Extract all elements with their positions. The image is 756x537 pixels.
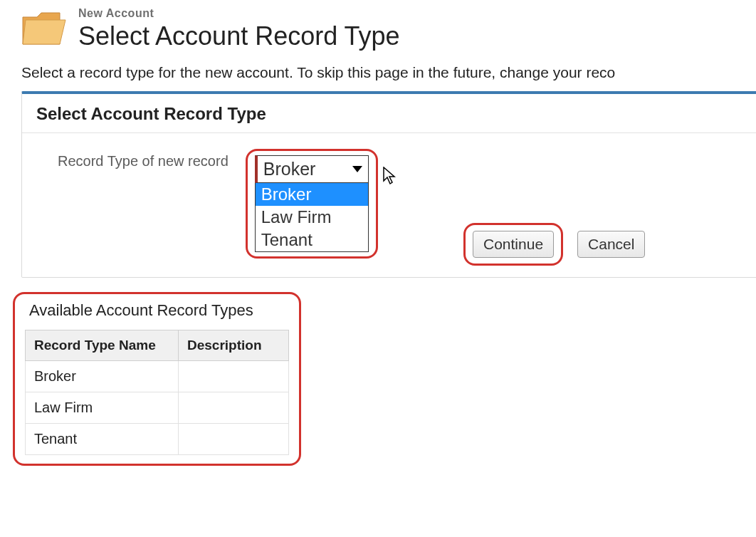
option-tenant[interactable]: Tenant	[256, 229, 368, 251]
cursor-icon	[383, 167, 397, 188]
record-type-label: Record Type of new record	[58, 149, 229, 170]
panel-heading: Select Account Record Type	[36, 104, 752, 124]
available-table: Record Type Name Description Broker Law …	[25, 330, 289, 455]
intro-text: Select a record type for the new account…	[21, 64, 756, 81]
panel-heading-bar: Select Account Record Type	[22, 94, 756, 133]
available-highlight: Available Account Record Types Record Ty…	[13, 292, 301, 466]
available-heading: Available Account Record Types	[29, 301, 289, 320]
cell-desc	[179, 361, 289, 392]
page-title: Select Account Record Type	[78, 21, 400, 51]
option-broker[interactable]: Broker	[256, 183, 368, 206]
breadcrumb: New Account	[78, 7, 400, 20]
cell-name: Tenant	[26, 424, 179, 455]
table-row: Broker	[26, 361, 289, 392]
cell-desc	[179, 392, 289, 424]
cell-desc	[179, 424, 289, 455]
option-law-firm[interactable]: Law Firm	[256, 206, 368, 229]
table-row: Law Firm	[26, 392, 289, 424]
dropdown-highlight: Broker Broker Law Firm Tenant	[246, 149, 378, 259]
page-header: New Account Select Account Record Type	[21, 7, 756, 51]
cell-name: Law Firm	[26, 392, 179, 424]
col-desc: Description	[179, 330, 289, 361]
folder-icon	[21, 7, 67, 50]
table-row: Tenant	[26, 424, 289, 455]
record-type-options: Broker Law Firm Tenant	[255, 183, 369, 252]
record-type-select[interactable]: Broker	[255, 155, 369, 183]
select-panel: Select Account Record Type Record Type o…	[21, 91, 756, 278]
col-name: Record Type Name	[26, 330, 179, 361]
cell-name: Broker	[26, 361, 179, 392]
